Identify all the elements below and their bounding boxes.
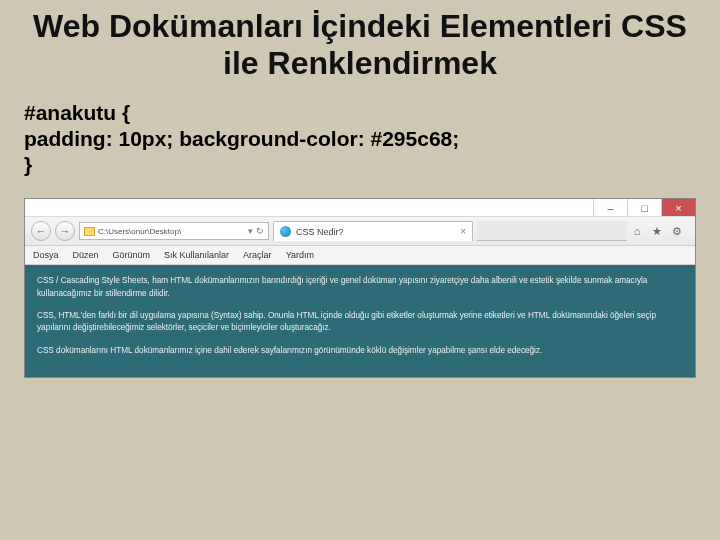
browser-window: – □ × ← → C:\Users\onur\Desktop\ ▾ ↻ CSS… <box>24 198 696 377</box>
menu-edit[interactable]: Düzen <box>73 250 99 260</box>
code-line-1: #anakutu { <box>24 100 696 126</box>
address-path: C:\Users\onur\Desktop\ <box>98 227 181 236</box>
tabs-empty-area <box>477 221 627 241</box>
menu-file[interactable]: Dosya <box>33 250 59 260</box>
code-line-2: padding: 10px; background-color: #295c68… <box>24 126 696 152</box>
refresh-icon[interactable]: ↻ <box>256 226 264 236</box>
toolbar-icons: ⌂ ★ ⚙ <box>631 225 689 237</box>
menu-help[interactable]: Yardım <box>286 250 314 260</box>
favorites-icon[interactable]: ★ <box>651 225 663 237</box>
settings-icon[interactable]: ⚙ <box>671 225 683 237</box>
menu-fav[interactable]: Sık Kullanılanlar <box>164 250 229 260</box>
browser-tab[interactable]: CSS Nedir? × <box>273 221 473 241</box>
maximize-button[interactable]: □ <box>627 199 661 216</box>
paragraph-3: CSS dokümanlarını HTML dokümanlarımız iç… <box>37 345 683 357</box>
navigation-bar: ← → C:\Users\onur\Desktop\ ▾ ↻ CSS Nedir… <box>25 217 695 246</box>
tab-close-icon[interactable]: × <box>460 226 466 237</box>
ie-icon <box>280 226 291 237</box>
paragraph-1: CSS / Cascading Style Sheets, ham HTML d… <box>37 275 683 300</box>
forward-button[interactable]: → <box>55 221 75 241</box>
css-code-sample: #anakutu { padding: 10px; background-col… <box>24 100 696 179</box>
minimize-button[interactable]: – <box>593 199 627 216</box>
tab-label: CSS Nedir? <box>296 227 344 237</box>
slide-title: Web Dokümanları İçindeki Elementleri CSS… <box>18 8 702 82</box>
page-content: CSS / Cascading Style Sheets, ham HTML d… <box>25 265 695 376</box>
arrow-left-icon: ← <box>36 225 47 237</box>
address-dropdown-icon[interactable]: ▾ <box>248 226 253 236</box>
folder-icon <box>84 227 95 236</box>
arrow-right-icon: → <box>60 225 71 237</box>
back-button[interactable]: ← <box>31 221 51 241</box>
menu-view[interactable]: Görünüm <box>113 250 151 260</box>
menu-bar: Dosya Düzen Görünüm Sık Kullanılanlar Ar… <box>25 246 695 265</box>
paragraph-2: CSS, HTML'den farklı bir dil uygulama ya… <box>37 310 683 335</box>
address-bar[interactable]: C:\Users\onur\Desktop\ ▾ ↻ <box>79 222 269 240</box>
close-button[interactable]: × <box>661 199 695 216</box>
code-line-3: } <box>24 152 696 178</box>
window-titlebar: – □ × <box>25 199 695 217</box>
menu-tools[interactable]: Araçlar <box>243 250 272 260</box>
home-icon[interactable]: ⌂ <box>631 225 643 237</box>
